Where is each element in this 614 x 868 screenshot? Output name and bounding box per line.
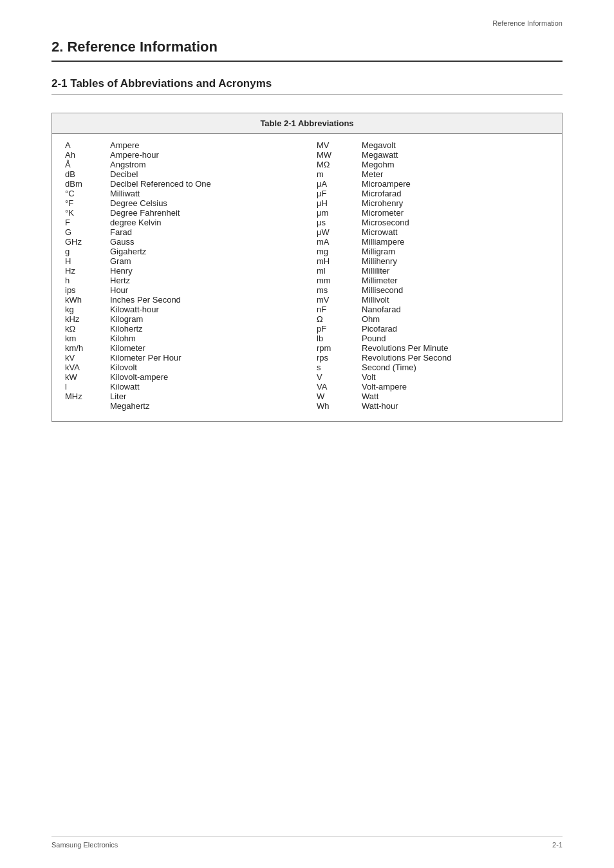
table-row: Watt-hour [362,401,549,411]
table-row: GHz [65,237,110,247]
abbreviations-table: Table 2-1 Abbreviations AAhÅdBdBm°C°F°KF… [51,113,563,422]
table-row: F [65,218,110,227]
table-row: Milligram [362,247,549,256]
table-row: rpm [317,343,362,353]
table-row: MW [317,150,362,160]
table-row: Ampere-hour [110,150,297,160]
table-row: km/h [65,343,110,353]
table-row: Megohm [362,160,549,169]
col-divider [297,140,317,411]
table-row: Millivolt [362,295,549,305]
table-row: Farad [110,227,297,237]
table-row: Nanofarad [362,305,549,314]
table-row: Milliampere [362,237,549,247]
table-row: Hour [110,285,297,295]
table-row: mm [317,276,362,285]
table-row: V [317,372,362,382]
table-row: mV [317,295,362,305]
table-row: μW [317,227,362,237]
table-row: °F [65,198,110,208]
table-row: kΩ [65,324,110,334]
table-row: g [65,247,110,256]
table-row: μA [317,179,362,189]
table-row: W [317,392,362,401]
table-row: Milliwatt [110,189,297,198]
table-row: h [65,276,110,285]
right-abbr-col: MVMWMΩmμAμFμHμmμsμWmAmgmHmlmmmsmVnFΩpFlb… [317,140,362,411]
table-row: Revolutions Per Second [362,353,549,363]
table-row: Kilowatt [110,382,297,392]
table-row: Kilometer Per Hour [110,353,297,363]
table-row: Degree Celsius [110,198,297,208]
footer-page: 2-1 [552,841,563,849]
table-row: Volt-ampere [362,382,549,392]
table-row: MΩ [317,160,362,169]
table-row: Kilovolt-ampere [110,372,297,382]
left-col-group: AAhÅdBdBm°C°F°KFGGHzgHHzhipskWhkgkHzkΩkm… [65,140,297,411]
table-row: ips [65,285,110,295]
table-row: Decibel Referenced to One [110,179,297,189]
right-meaning-col: MegavoltMegawattMegohmMeterMicroampereMi… [362,140,549,411]
table-row: ml [317,266,362,276]
table-row: G [65,227,110,237]
table-row: μF [317,189,362,198]
table-row: Henry [110,266,297,276]
table-row: Millihenry [362,256,549,266]
table-row: Gauss [110,237,297,247]
table-row: Megahertz [110,401,297,411]
table-row: m [317,169,362,179]
table-row: VA [317,382,362,392]
table-row: km [65,334,110,343]
table-row: dB [65,169,110,179]
table-row: Angstrom [110,160,297,169]
table-row: μs [317,218,362,227]
table-row: Ω [317,314,362,324]
table-row: kW [65,372,110,382]
page-container: Reference Information 2. Reference Infor… [0,0,614,868]
table-row: Ampere [110,140,297,150]
table-row: kg [65,305,110,314]
table-row: Hertz [110,276,297,285]
table-row: rps [317,353,362,363]
table-row: l [65,382,110,392]
table-row: °K [65,208,110,218]
table-row: Ah [65,150,110,160]
table-row: μH [317,198,362,208]
footer-company: Samsung Electronics [51,841,118,849]
table-row: Megavolt [362,140,549,150]
table-row: degree Kelvin [110,218,297,227]
table-row: MV [317,140,362,150]
table-row: Hz [65,266,110,276]
table-row: mH [317,256,362,266]
table-row: kHz [65,314,110,324]
table-row: Kilohm [110,334,297,343]
table-row: Gigahertz [110,247,297,256]
table-row: Kilowatt-hour [110,305,297,314]
table-header: Table 2-1 Abbreviations [52,113,562,134]
header-reference: Reference Information [492,19,563,27]
table-row: Å [65,160,110,169]
table-row: s [317,363,362,372]
table-row: kVA [65,363,110,372]
table-row: Pound [362,334,549,343]
table-row: dBm [65,179,110,189]
table-row: H [65,256,110,266]
table-row: Microwatt [362,227,549,237]
table-row: Kilohertz [110,324,297,334]
page-footer: Samsung Electronics 2-1 [51,836,563,849]
table-row: Millimeter [362,276,549,285]
table-row: Picofarad [362,324,549,334]
table-row: Second (Time) [362,363,549,372]
table-row: Wh [317,401,362,411]
table-row: A [65,140,110,150]
table-row: MHz [65,392,110,401]
table-row: Milliliter [362,266,549,276]
table-row: Liter [110,392,297,401]
table-row: mg [317,247,362,256]
table-row: mA [317,237,362,247]
table-row: Millisecond [362,285,549,295]
table-row: μm [317,208,362,218]
table-row: Meter [362,169,549,179]
table-row: Microfarad [362,189,549,198]
table-row: Watt [362,392,549,401]
